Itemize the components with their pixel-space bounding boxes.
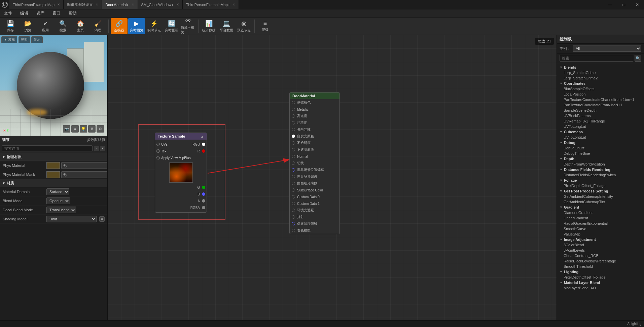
tree-section-coordinates[interactable]: ▼ Coordinates bbox=[557, 81, 644, 86]
tree-item-linear-gradient[interactable]: LinearGradient bbox=[557, 215, 644, 221]
pin-base-color[interactable] bbox=[292, 101, 295, 104]
tree-item-ambient-cubemap-intensity[interactable]: GetAmbientCubemapIntensity bbox=[557, 194, 644, 199]
tree-item-3point-levels[interactable]: 3PointLevels bbox=[557, 248, 644, 253]
toolbar-live-update[interactable]: 🔄 实时更新 bbox=[163, 18, 180, 34]
pin-subsurface[interactable] bbox=[292, 188, 295, 192]
vp-light-icon[interactable]: 💡 bbox=[80, 125, 87, 133]
tree-item-3color-blend[interactable]: 3ColorBlend bbox=[557, 242, 644, 248]
pin-pixel-depth-offset[interactable] bbox=[292, 222, 295, 225]
tree-item-pixel-depth-foliage[interactable]: PixelDepthOffset_Foliage bbox=[557, 183, 644, 188]
toolbar-hierarchy[interactable]: ≡ 层级 bbox=[257, 18, 274, 34]
pin-tessellation[interactable] bbox=[292, 182, 295, 185]
tree-item-pan-coord-from2[interactable]: PanTextureCoordinateFrom-1toN+1 bbox=[557, 102, 644, 108]
pin-opacity[interactable] bbox=[292, 141, 295, 145]
menu-asset[interactable]: 资产 bbox=[35, 10, 46, 17]
tree-item-debug-time-sine[interactable]: DebugTimeSine bbox=[557, 151, 644, 156]
pin-world-pos-offset[interactable] bbox=[292, 168, 295, 172]
tree-item-lerp-scratch[interactable]: Lerp_ScratchGrime bbox=[557, 70, 644, 75]
toolbar-preview-nodes[interactable]: ◉ 预览节点 bbox=[236, 18, 252, 34]
menu-file[interactable]: 文件 bbox=[3, 10, 13, 17]
tree-item-lerp-scratch2[interactable]: Lerp_ScratchGrime2 bbox=[557, 75, 644, 81]
tab-close-icon[interactable]: ✕ bbox=[57, 3, 60, 6]
pin-roughness[interactable] bbox=[292, 121, 295, 124]
tree-item-uv-brick[interactable]: UVBrickPatterns bbox=[557, 113, 644, 118]
tree-section-distance-fields[interactable]: ▼ Distance Fields Rendering bbox=[557, 167, 644, 172]
pin-opacity-mask[interactable] bbox=[292, 148, 295, 151]
pin-specular[interactable] bbox=[292, 114, 295, 118]
tree-item-depth-from-world[interactable]: DepthFromWorldPosition bbox=[557, 161, 644, 167]
toolbar-live-preview[interactable]: ▶ 实时预览 bbox=[128, 18, 145, 34]
toolbar-hide-unrelated[interactable]: 👁 隐藏不相关 bbox=[181, 18, 196, 34]
pin-custom-data-0[interactable] bbox=[292, 195, 295, 198]
tab-editor-prefs[interactable]: 编辑器偏好设置 ✕ bbox=[64, 0, 102, 9]
tree-section-image-adjustment[interactable]: ▼ Image Adjustment bbox=[557, 237, 644, 242]
tree-section-lighting[interactable]: ▼ Lighting bbox=[557, 269, 644, 275]
shading-model-select[interactable]: Unlit bbox=[46, 216, 97, 222]
tab-close-icon[interactable]: ✕ bbox=[176, 3, 179, 6]
blend-mode-select[interactable]: Opaque bbox=[46, 197, 70, 204]
phys-material-swatch[interactable] bbox=[46, 162, 60, 169]
category-select[interactable]: All bbox=[573, 45, 641, 52]
phys-material-input[interactable] bbox=[61, 162, 107, 169]
pin-normal[interactable] bbox=[292, 155, 295, 158]
toolbar-connector[interactable]: 🔗 连接器 bbox=[111, 18, 128, 34]
tree-item-uv-remap[interactable]: UVRemap_0-1_ToRange bbox=[557, 118, 644, 124]
tab-third-person-map2[interactable]: ThirdPersonExampleMap+ ✕ bbox=[183, 0, 239, 9]
tree-section-material-layer[interactable]: ▼ Material Layer Blend bbox=[557, 280, 644, 285]
tree-item-distance-fields-switch[interactable]: DistanceFieldsRenderingSwitch bbox=[557, 172, 644, 178]
viewport-show-btn[interactable]: 显示 bbox=[31, 36, 43, 43]
tree-item-mat-layer-blend-ao[interactable]: MatLayerBlend_AO bbox=[557, 285, 644, 291]
toolbar-browse[interactable]: 📂 浏览 bbox=[20, 18, 36, 34]
section-physical-material[interactable]: ▼ 物理材质 bbox=[0, 153, 107, 161]
minimize-button[interactable]: — bbox=[604, 0, 617, 9]
toolbar-platform[interactable]: 💻 平台数据 bbox=[218, 18, 235, 34]
pin-metallic[interactable] bbox=[292, 108, 295, 111]
tree-item-debug-on-off[interactable]: DebugOnOff bbox=[557, 145, 644, 151]
phys-material-mask-swatch[interactable] bbox=[46, 171, 60, 178]
pin-custom-data-1[interactable] bbox=[292, 202, 295, 205]
toolbar-save[interactable]: 💾 保存 bbox=[2, 18, 19, 34]
pin-world-displacement[interactable] bbox=[292, 175, 295, 178]
texture-sample-node[interactable]: Texture Sample ▲ UVs RGB Tex R bbox=[155, 133, 207, 213]
pin-b-right[interactable] bbox=[202, 192, 205, 196]
pin-tangent[interactable] bbox=[292, 161, 295, 165]
viewport-lighting-btn[interactable]: 光照 bbox=[19, 36, 30, 43]
toolbar-stats[interactable]: 📊 统计数据 bbox=[201, 18, 217, 34]
toolbar-search[interactable]: 🔍 搜索 bbox=[55, 18, 71, 34]
close-button[interactable]: ✕ bbox=[631, 0, 644, 9]
tab-door-material[interactable]: DoorMaterial+ ✕ bbox=[102, 0, 138, 9]
pin-r-right[interactable] bbox=[202, 149, 205, 153]
tree-item-pan-coord-from1[interactable]: PanTextureCoordinateChannelfrom-1ton+1 bbox=[557, 97, 644, 102]
tree-item-diamond-gradient[interactable]: DiamondGradient bbox=[557, 210, 644, 215]
material-domain-select[interactable]: Surface bbox=[46, 188, 69, 195]
tree-item-radial-gradient[interactable]: RadialGradientExponential bbox=[557, 221, 644, 226]
tree-section-cubemaps[interactable]: ▼ Cubemaps bbox=[557, 129, 644, 135]
section-material[interactable]: ▼ 材质 bbox=[0, 179, 107, 187]
toolbar-clean[interactable]: 🧹 清理 bbox=[90, 18, 106, 34]
menu-window[interactable]: 窗口 bbox=[51, 10, 62, 17]
tab-close-icon[interactable]: ✕ bbox=[96, 3, 98, 6]
node-collapse-icon[interactable]: ▲ bbox=[201, 135, 204, 138]
vp-camera-icon[interactable]: 📷 bbox=[63, 125, 70, 133]
tree-section-depth[interactable]: ▼ Depth bbox=[557, 156, 644, 161]
phys-material-mask-input[interactable] bbox=[61, 171, 107, 178]
details-filter-icon[interactable]: ▼ bbox=[100, 146, 105, 151]
shading-model-extra-btn[interactable]: ⚙ bbox=[99, 216, 105, 222]
tab-third-person-map[interactable]: ThirdPersonExampleMap ✕ bbox=[9, 0, 64, 9]
tree-section-blends[interactable]: ▼ Blends bbox=[557, 65, 644, 70]
pin-refraction[interactable] bbox=[292, 215, 295, 219]
menu-help[interactable]: 帮助 bbox=[67, 10, 78, 17]
pin-tex-left[interactable] bbox=[156, 149, 160, 153]
tree-item-cheap-contrast[interactable]: CheapContrast_RGB bbox=[557, 253, 644, 258]
tree-item-lighting-pixel-depth[interactable]: PixelDepthOffset_Foliage bbox=[557, 275, 644, 280]
tree-item-sample-scene-depth[interactable]: SampleSceneDepth bbox=[557, 108, 644, 113]
pin-rgba-right[interactable] bbox=[202, 206, 205, 209]
vp-settings-icon[interactable]: ⚙ bbox=[97, 125, 104, 133]
vp-grid-icon[interactable]: # bbox=[88, 125, 96, 133]
pin-ambient-occlusion[interactable] bbox=[292, 209, 295, 212]
pin-rgb-right[interactable] bbox=[202, 143, 205, 146]
tree-item-smooth-curve[interactable]: SmoothCurve bbox=[557, 226, 644, 231]
pin-g-right[interactable] bbox=[202, 186, 205, 189]
tree-item-uv-to-longlat-coord[interactable]: UVToLongLat bbox=[557, 124, 644, 129]
tab-close-icon[interactable]: ✕ bbox=[232, 3, 235, 6]
